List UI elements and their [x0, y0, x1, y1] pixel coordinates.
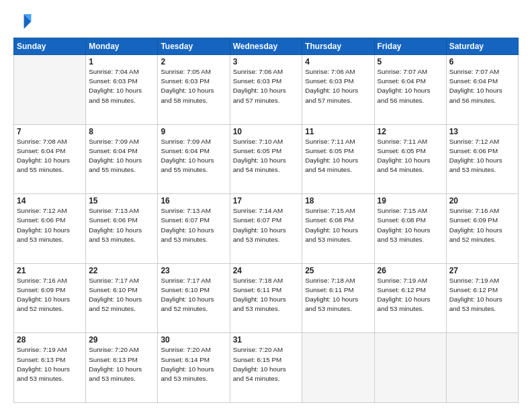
day-info: Sunrise: 7:19 AM Sunset: 6:13 PM Dayligh…	[17, 345, 83, 383]
week-row-2: 7Sunrise: 7:08 AM Sunset: 6:04 PM Daylig…	[14, 124, 519, 194]
day-number: 20	[449, 196, 515, 205]
day-info: Sunrise: 7:15 AM Sunset: 6:08 PM Dayligh…	[305, 206, 371, 244]
day-number: 21	[17, 266, 83, 275]
weekday-header-saturday: Saturday	[446, 38, 518, 55]
calendar-table: SundayMondayTuesdayWednesdayThursdayFrid…	[13, 38, 519, 403]
day-cell	[446, 333, 518, 403]
day-cell: 23Sunrise: 7:17 AM Sunset: 6:10 PM Dayli…	[158, 263, 230, 333]
day-info: Sunrise: 7:16 AM Sunset: 6:09 PM Dayligh…	[449, 206, 515, 244]
day-info: Sunrise: 7:13 AM Sunset: 6:07 PM Dayligh…	[161, 206, 226, 244]
day-cell: 24Sunrise: 7:18 AM Sunset: 6:11 PM Dayli…	[230, 263, 302, 333]
day-cell: 25Sunrise: 7:18 AM Sunset: 6:11 PM Dayli…	[302, 263, 374, 333]
day-number: 26	[378, 266, 443, 275]
day-cell: 5Sunrise: 7:07 AM Sunset: 6:04 PM Daylig…	[374, 55, 446, 125]
day-cell: 3Sunrise: 7:06 AM Sunset: 6:03 PM Daylig…	[230, 55, 302, 125]
day-number: 22	[89, 266, 154, 275]
week-row-4: 21Sunrise: 7:16 AM Sunset: 6:09 PM Dayli…	[14, 263, 519, 333]
day-number: 7	[17, 127, 83, 136]
day-info: Sunrise: 7:05 AM Sunset: 6:03 PM Dayligh…	[161, 67, 226, 105]
weekday-header-thursday: Thursday	[302, 38, 374, 55]
day-info: Sunrise: 7:09 AM Sunset: 6:04 PM Dayligh…	[161, 137, 226, 175]
day-cell: 31Sunrise: 7:20 AM Sunset: 6:15 PM Dayli…	[230, 333, 302, 403]
day-info: Sunrise: 7:09 AM Sunset: 6:04 PM Dayligh…	[89, 137, 154, 175]
day-cell: 22Sunrise: 7:17 AM Sunset: 6:10 PM Dayli…	[86, 263, 158, 333]
day-number: 23	[161, 266, 226, 275]
day-number: 14	[17, 196, 83, 205]
weekday-header-monday: Monday	[86, 38, 158, 55]
day-info: Sunrise: 7:20 AM Sunset: 6:15 PM Dayligh…	[233, 345, 300, 383]
day-info: Sunrise: 7:10 AM Sunset: 6:05 PM Dayligh…	[233, 137, 300, 175]
day-info: Sunrise: 7:12 AM Sunset: 6:06 PM Dayligh…	[449, 137, 515, 175]
day-cell: 20Sunrise: 7:16 AM Sunset: 6:09 PM Dayli…	[446, 194, 518, 264]
day-cell: 10Sunrise: 7:10 AM Sunset: 6:05 PM Dayli…	[230, 124, 302, 194]
page: SundayMondayTuesdayWednesdayThursdayFrid…	[0, 0, 532, 411]
day-cell: 21Sunrise: 7:16 AM Sunset: 6:09 PM Dayli…	[14, 263, 86, 333]
week-row-3: 14Sunrise: 7:12 AM Sunset: 6:06 PM Dayli…	[14, 194, 519, 264]
day-number: 4	[305, 57, 371, 66]
day-cell	[302, 333, 374, 403]
weekday-header-friday: Friday	[374, 38, 446, 55]
day-cell: 14Sunrise: 7:12 AM Sunset: 6:06 PM Dayli…	[14, 194, 86, 264]
day-info: Sunrise: 7:04 AM Sunset: 6:03 PM Dayligh…	[89, 67, 154, 105]
day-number: 9	[161, 127, 226, 136]
day-cell: 6Sunrise: 7:07 AM Sunset: 6:04 PM Daylig…	[446, 55, 518, 125]
day-cell: 28Sunrise: 7:19 AM Sunset: 6:13 PM Dayli…	[14, 333, 86, 403]
day-number: 8	[89, 127, 154, 136]
day-number: 18	[305, 196, 371, 205]
day-info: Sunrise: 7:06 AM Sunset: 6:03 PM Dayligh…	[233, 67, 300, 105]
day-cell: 15Sunrise: 7:13 AM Sunset: 6:06 PM Dayli…	[86, 194, 158, 264]
weekday-header-wednesday: Wednesday	[230, 38, 302, 55]
week-row-5: 28Sunrise: 7:19 AM Sunset: 6:13 PM Dayli…	[14, 333, 519, 403]
day-info: Sunrise: 7:19 AM Sunset: 6:12 PM Dayligh…	[449, 276, 515, 314]
day-info: Sunrise: 7:16 AM Sunset: 6:09 PM Dayligh…	[17, 276, 83, 314]
day-number: 28	[17, 335, 83, 345]
day-number: 24	[233, 266, 300, 275]
day-number: 29	[89, 335, 154, 345]
day-number: 27	[449, 266, 515, 275]
day-info: Sunrise: 7:20 AM Sunset: 6:13 PM Dayligh…	[89, 345, 154, 383]
day-cell: 11Sunrise: 7:11 AM Sunset: 6:05 PM Dayli…	[302, 124, 374, 194]
logo	[13, 12, 35, 31]
day-cell: 30Sunrise: 7:20 AM Sunset: 6:14 PM Dayli…	[158, 333, 230, 403]
day-info: Sunrise: 7:17 AM Sunset: 6:10 PM Dayligh…	[89, 276, 154, 314]
day-number: 6	[449, 57, 515, 66]
day-info: Sunrise: 7:11 AM Sunset: 6:05 PM Dayligh…	[378, 137, 443, 175]
day-number: 15	[89, 196, 154, 205]
day-info: Sunrise: 7:18 AM Sunset: 6:11 PM Dayligh…	[305, 276, 371, 314]
weekday-header-row: SundayMondayTuesdayWednesdayThursdayFrid…	[14, 38, 519, 55]
day-cell: 8Sunrise: 7:09 AM Sunset: 6:04 PM Daylig…	[86, 124, 158, 194]
header	[13, 12, 519, 31]
day-cell: 1Sunrise: 7:04 AM Sunset: 6:03 PM Daylig…	[86, 55, 158, 125]
day-info: Sunrise: 7:17 AM Sunset: 6:10 PM Dayligh…	[161, 276, 226, 314]
day-cell: 4Sunrise: 7:06 AM Sunset: 6:03 PM Daylig…	[302, 55, 374, 125]
day-cell: 27Sunrise: 7:19 AM Sunset: 6:12 PM Dayli…	[446, 263, 518, 333]
day-cell: 17Sunrise: 7:14 AM Sunset: 6:07 PM Dayli…	[230, 194, 302, 264]
day-info: Sunrise: 7:18 AM Sunset: 6:11 PM Dayligh…	[233, 276, 300, 314]
day-number: 2	[161, 57, 226, 66]
day-info: Sunrise: 7:12 AM Sunset: 6:06 PM Dayligh…	[17, 206, 83, 244]
day-cell: 29Sunrise: 7:20 AM Sunset: 6:13 PM Dayli…	[86, 333, 158, 403]
day-info: Sunrise: 7:14 AM Sunset: 6:07 PM Dayligh…	[233, 206, 300, 244]
day-number: 25	[305, 266, 371, 275]
day-number: 5	[378, 57, 443, 66]
day-cell: 18Sunrise: 7:15 AM Sunset: 6:08 PM Dayli…	[302, 194, 374, 264]
logo-icon	[13, 12, 32, 31]
day-cell: 9Sunrise: 7:09 AM Sunset: 6:04 PM Daylig…	[158, 124, 230, 194]
day-number: 11	[305, 127, 371, 136]
week-row-1: 1Sunrise: 7:04 AM Sunset: 6:03 PM Daylig…	[14, 55, 519, 125]
day-number: 30	[161, 335, 226, 345]
day-number: 3	[233, 57, 300, 66]
day-info: Sunrise: 7:20 AM Sunset: 6:14 PM Dayligh…	[161, 345, 226, 383]
day-cell: 7Sunrise: 7:08 AM Sunset: 6:04 PM Daylig…	[14, 124, 86, 194]
day-info: Sunrise: 7:13 AM Sunset: 6:06 PM Dayligh…	[89, 206, 154, 244]
day-number: 13	[449, 127, 515, 136]
day-cell: 16Sunrise: 7:13 AM Sunset: 6:07 PM Dayli…	[158, 194, 230, 264]
day-cell: 19Sunrise: 7:15 AM Sunset: 6:08 PM Dayli…	[374, 194, 446, 264]
day-number: 12	[378, 127, 443, 136]
day-number: 31	[233, 335, 300, 345]
day-info: Sunrise: 7:15 AM Sunset: 6:08 PM Dayligh…	[378, 206, 443, 244]
day-cell: 12Sunrise: 7:11 AM Sunset: 6:05 PM Dayli…	[374, 124, 446, 194]
day-cell	[14, 55, 86, 125]
day-number: 1	[89, 57, 154, 66]
weekday-header-sunday: Sunday	[14, 38, 86, 55]
